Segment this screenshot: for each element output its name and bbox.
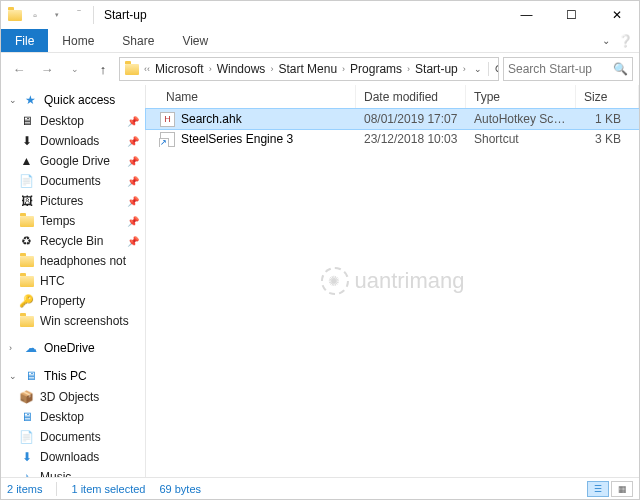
view-icons-button[interactable]: ▦ [611, 481, 633, 497]
file-list-pane: Name Date modified Type Size HSearch.ahk… [146, 85, 639, 477]
col-name[interactable]: Name [146, 85, 356, 108]
tab-file[interactable]: File [1, 29, 48, 52]
watermark-icon: ✺ [320, 267, 348, 295]
col-date[interactable]: Date modified [356, 85, 466, 108]
search-placeholder: Search Start-up [508, 62, 592, 76]
sidebar-item[interactable]: Win screenshots [1, 311, 145, 331]
chevron-icon[interactable]: › [405, 64, 412, 74]
sidebar-item[interactable]: ⬇Downloads📌 [1, 131, 145, 151]
sidebar-item-label: HTC [40, 274, 65, 288]
file-size: 3 KB [576, 132, 639, 146]
search-input[interactable]: Search Start-up 🔍 [503, 57, 633, 81]
sidebar-this-pc[interactable]: ⌄ 🖥 This PC [1, 365, 145, 387]
monitor-icon: 🖥 [23, 369, 38, 384]
status-bar: 2 items 1 item selected 69 bytes ☰ ▦ [1, 477, 639, 499]
sidebar-item[interactable]: headphones not [1, 251, 145, 271]
navigation-pane: ⌄ ★ Quick access 🖥Desktop📌⬇Downloads📌▲Go… [1, 85, 146, 477]
pin-icon: 📌 [127, 116, 139, 127]
caret-right-icon[interactable]: › [9, 343, 17, 353]
chevron-icon[interactable]: › [268, 64, 275, 74]
sidebar-onedrive[interactable]: › ☁ OneDrive [1, 337, 145, 359]
help-icon[interactable]: ❔ [618, 34, 633, 48]
crumb[interactable]: Windows [214, 62, 269, 76]
maximize-button[interactable]: ☐ [549, 1, 594, 29]
property-icon: 🔑 [19, 294, 34, 309]
tab-home[interactable]: Home [48, 29, 108, 52]
qat-overflow-icon[interactable]: ‾ [71, 7, 87, 23]
search-icon: 🔍 [613, 62, 628, 76]
desktop-icon: 🖥 [19, 410, 34, 425]
sidebar-item[interactable]: ♪Music [1, 467, 145, 477]
sidebar-item-label: headphones not [40, 254, 126, 268]
close-button[interactable]: ✕ [594, 1, 639, 29]
up-button[interactable]: ↑ [91, 57, 115, 81]
sidebar-item[interactable]: 🔑Property [1, 291, 145, 311]
breadcrumb[interactable]: ‹‹ Microsoft › Windows › Start Menu › Pr… [119, 57, 499, 81]
forward-button[interactable]: → [35, 57, 59, 81]
refresh-icon[interactable]: ⟳ [488, 62, 499, 76]
tab-share[interactable]: Share [108, 29, 168, 52]
file-row[interactable]: HSearch.ahk08/01/2019 17:07AutoHotkey Sc… [146, 109, 639, 129]
sidebar-item-label: Downloads [40, 134, 99, 148]
sidebar-item-label: Downloads [40, 450, 99, 464]
sidebar-item[interactable]: 📄Documents [1, 427, 145, 447]
sidebar-item[interactable]: 📦3D Objects [1, 387, 145, 407]
crumb[interactable]: Microsoft [152, 62, 207, 76]
ribbon-expand-icon[interactable]: ⌄ [602, 35, 610, 46]
ribbon: File Home Share View ⌄ ❔ [1, 29, 639, 53]
crumb[interactable]: Programs [347, 62, 405, 76]
sidebar-item-label: Documents [40, 430, 101, 444]
documents-icon: 📄 [19, 174, 34, 189]
sidebar-item[interactable]: ⬇Downloads [1, 447, 145, 467]
sidebar-item[interactable]: ♻Recycle Bin📌 [1, 231, 145, 251]
file-icon [160, 132, 175, 147]
folder-icon [19, 214, 34, 229]
col-type[interactable]: Type [466, 85, 576, 108]
sidebar-item[interactable]: Temps📌 [1, 211, 145, 231]
gdrive-icon: ▲ [19, 154, 34, 169]
address-bar: ← → ⌄ ↑ ‹‹ Microsoft › Windows › Start M… [1, 53, 639, 85]
pin-icon: 📌 [127, 236, 139, 247]
3d-icon: 📦 [19, 390, 34, 405]
recent-dropdown-icon[interactable]: ⌄ [63, 57, 87, 81]
cloud-icon: ☁ [23, 341, 38, 356]
sidebar-item-label: 3D Objects [40, 390, 99, 404]
chevron-icon[interactable]: ‹‹ [142, 64, 152, 74]
chevron-icon[interactable]: › [207, 64, 214, 74]
crumb[interactable]: Start-up [412, 62, 461, 76]
sidebar-item[interactable]: HTC [1, 271, 145, 291]
sidebar-item-label: Property [40, 294, 85, 308]
file-row[interactable]: SteelSeries Engine 323/12/2018 10:03Shor… [146, 129, 639, 149]
status-count: 2 items [7, 483, 42, 495]
sidebar-item[interactable]: 📄Documents📌 [1, 171, 145, 191]
caret-down-icon[interactable]: ⌄ [9, 95, 17, 105]
file-size: 1 KB [576, 112, 639, 126]
view-details-button[interactable]: ☰ [587, 481, 609, 497]
folder-icon [19, 274, 34, 289]
tab-view[interactable]: View [168, 29, 222, 52]
sidebar-item[interactable]: ▲Google Drive📌 [1, 151, 145, 171]
minimize-button[interactable]: — [504, 1, 549, 29]
back-button[interactable]: ← [7, 57, 31, 81]
sidebar-item-label: Desktop [40, 114, 84, 128]
caret-down-icon[interactable]: ⌄ [9, 371, 17, 381]
pin-icon: 📌 [127, 176, 139, 187]
chevron-icon[interactable]: › [461, 64, 468, 74]
downloads-icon: ⬇ [19, 134, 34, 149]
window-title: Start-up [104, 8, 504, 22]
sidebar-item[interactable]: 🖼Pictures📌 [1, 191, 145, 211]
sidebar-quick-access[interactable]: ⌄ ★ Quick access [1, 89, 145, 111]
chevron-icon[interactable]: › [340, 64, 347, 74]
sidebar-item[interactable]: 🖥Desktop📌 [1, 111, 145, 131]
crumb[interactable]: Start Menu [275, 62, 340, 76]
address-dropdown-icon[interactable]: ⌄ [468, 64, 488, 74]
properties-icon[interactable]: ▫ [27, 7, 43, 23]
sidebar-item-label: Win screenshots [40, 314, 129, 328]
quick-access-toolbar: ▫ ▾ ‾ [27, 7, 87, 23]
title-bar: ▫ ▾ ‾ Start-up — ☐ ✕ [1, 1, 639, 29]
sidebar-item[interactable]: 🖥Desktop [1, 407, 145, 427]
col-size[interactable]: Size [576, 85, 639, 108]
qat-dropdown-icon[interactable]: ▾ [49, 7, 65, 23]
music-icon: ♪ [19, 470, 34, 478]
sidebar-item-label: Music [40, 470, 71, 477]
